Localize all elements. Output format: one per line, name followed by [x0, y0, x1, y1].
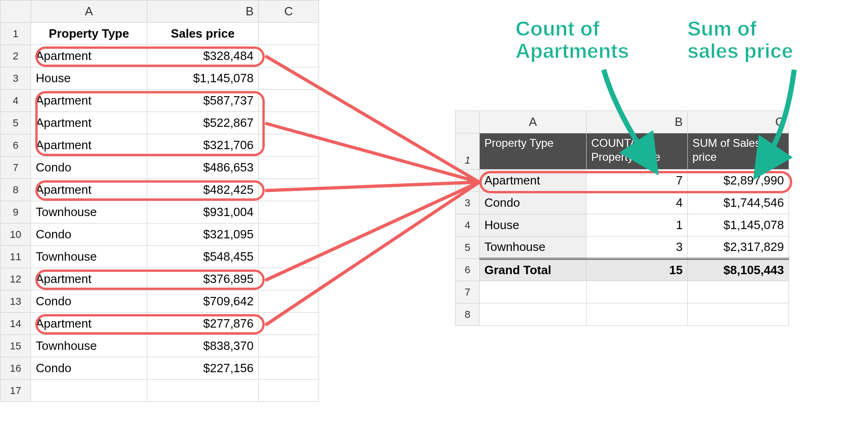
cell-property-type[interactable]: Condo — [31, 357, 147, 380]
row-header[interactable]: 7 — [456, 281, 480, 303]
row-header[interactable]: 4 — [456, 214, 480, 237]
cell-property-type[interactable]: Townhouse — [31, 246, 147, 268]
cell[interactable] — [259, 335, 319, 357]
cell-property-type[interactable]: Condo — [31, 290, 147, 313]
cell-sales-price[interactable]: $931,004 — [147, 201, 259, 224]
header-sales-price[interactable]: Sales price — [147, 23, 259, 45]
cell-property-type[interactable]: Apartment — [31, 90, 147, 112]
pivot-header-property-type[interactable]: Property Type — [480, 133, 587, 170]
header-property-type[interactable]: Property Type — [31, 23, 147, 45]
cell[interactable] — [259, 112, 319, 134]
row-header[interactable]: 1 — [456, 133, 480, 170]
col-header-C[interactable]: C — [259, 0, 319, 23]
row-header[interactable]: 5 — [0, 112, 31, 134]
row-header[interactable]: 1 — [0, 23, 31, 45]
cell[interactable] — [480, 281, 587, 303]
cell[interactable] — [259, 179, 319, 201]
cell-property-type[interactable]: House — [31, 67, 147, 90]
row-header[interactable]: 6 — [0, 134, 31, 157]
pivot-count[interactable]: 1 — [587, 214, 688, 237]
cell-sales-price[interactable]: $522,867 — [147, 112, 259, 134]
cell[interactable] — [259, 67, 319, 90]
cell-property-type[interactable] — [31, 380, 147, 402]
cell-property-type[interactable]: Apartment — [31, 134, 147, 157]
cell-sales-price[interactable]: $321,095 — [147, 224, 259, 246]
cell-sales-price[interactable]: $486,653 — [147, 157, 259, 179]
pivot-count[interactable]: 3 — [587, 237, 688, 259]
row-header[interactable]: 17 — [0, 380, 31, 402]
col-header-B[interactable]: B — [147, 0, 259, 23]
row-header[interactable]: 8 — [0, 179, 31, 201]
row-header[interactable]: 12 — [0, 268, 31, 290]
pivot-count[interactable]: 7 — [587, 170, 688, 192]
row-header[interactable]: 15 — [0, 335, 31, 357]
cell-sales-price[interactable]: $482,425 — [147, 179, 259, 201]
grand-total-label[interactable]: Grand Total — [480, 259, 587, 281]
corner-cell[interactable] — [456, 111, 480, 133]
row-header[interactable]: 3 — [456, 192, 480, 214]
pivot-row-label[interactable]: House — [480, 214, 587, 237]
cell-property-type[interactable]: Apartment — [31, 313, 147, 335]
row-header[interactable]: 4 — [0, 90, 31, 112]
cell-sales-price[interactable]: $277,876 — [147, 313, 259, 335]
cell-property-type[interactable]: Condo — [31, 224, 147, 246]
row-header[interactable]: 6 — [456, 259, 480, 281]
cell[interactable] — [259, 224, 319, 246]
cell-sales-price[interactable]: $1,145,078 — [147, 67, 259, 90]
row-header[interactable]: 8 — [456, 303, 480, 326]
cell-property-type[interactable]: Apartment — [31, 179, 147, 201]
cell-property-type[interactable]: Townhouse — [31, 201, 147, 224]
corner-cell[interactable] — [0, 0, 31, 23]
grand-total-count[interactable]: 15 — [587, 259, 688, 281]
cell-property-type[interactable]: Apartment — [31, 45, 147, 67]
cell[interactable] — [259, 357, 319, 380]
cell-sales-price[interactable]: $321,706 — [147, 134, 259, 157]
cell-sales-price[interactable]: $376,895 — [147, 268, 259, 290]
cell[interactable] — [688, 281, 789, 303]
col-header-C[interactable]: C — [688, 111, 789, 133]
source-data-table[interactable]: A B C 1 Property Type Sales price 2Apart… — [0, 0, 319, 402]
cell-sales-price[interactable]: $709,642 — [147, 290, 259, 313]
row-header[interactable]: 11 — [0, 246, 31, 268]
cell[interactable] — [587, 303, 688, 326]
col-header-A[interactable]: A — [480, 111, 587, 133]
pivot-header-sum[interactable]: SUM of Sales price — [688, 133, 789, 170]
pivot-row-label[interactable]: Apartment — [480, 170, 587, 192]
pivot-header-counta[interactable]: COUNTA of Property Type — [587, 133, 688, 170]
pivot-count[interactable]: 4 — [587, 192, 688, 214]
cell[interactable] — [259, 246, 319, 268]
pivot-row-label[interactable]: Townhouse — [480, 237, 587, 259]
cell[interactable] — [688, 303, 789, 326]
cell[interactable] — [480, 303, 587, 326]
row-header[interactable]: 5 — [456, 237, 480, 259]
cell-sales-price[interactable]: $548,455 — [147, 246, 259, 268]
pivot-sum[interactable]: $2,897,990 — [688, 170, 789, 192]
cell-property-type[interactable]: Apartment — [31, 112, 147, 134]
cell[interactable] — [259, 90, 319, 112]
row-header[interactable]: 2 — [0, 45, 31, 67]
pivot-table[interactable]: A B C 1 Property Type COUNTA of Property… — [455, 111, 789, 326]
cell-sales-price[interactable]: $838,370 — [147, 335, 259, 357]
cell-sales-price[interactable]: $227,156 — [147, 357, 259, 380]
row-header[interactable]: 3 — [0, 67, 31, 90]
col-header-B[interactable]: B — [587, 111, 688, 133]
cell[interactable] — [259, 313, 319, 335]
row-header[interactable]: 16 — [0, 357, 31, 380]
cell[interactable] — [259, 45, 319, 67]
cell-sales-price[interactable] — [147, 380, 259, 402]
cell-sales-price[interactable]: $328,484 — [147, 45, 259, 67]
row-header[interactable]: 13 — [0, 290, 31, 313]
cell[interactable] — [259, 134, 319, 157]
cell[interactable] — [259, 201, 319, 224]
pivot-row-label[interactable]: Condo — [480, 192, 587, 214]
pivot-sum[interactable]: $2,317,829 — [688, 237, 789, 259]
cell[interactable] — [259, 23, 319, 45]
row-header[interactable]: 2 — [456, 170, 480, 192]
cell-property-type[interactable]: Apartment — [31, 268, 147, 290]
row-header[interactable]: 7 — [0, 157, 31, 179]
cell[interactable] — [259, 157, 319, 179]
row-header[interactable]: 14 — [0, 313, 31, 335]
grand-total-sum[interactable]: $8,105,443 — [688, 259, 789, 281]
cell[interactable] — [587, 281, 688, 303]
cell[interactable] — [259, 268, 319, 290]
